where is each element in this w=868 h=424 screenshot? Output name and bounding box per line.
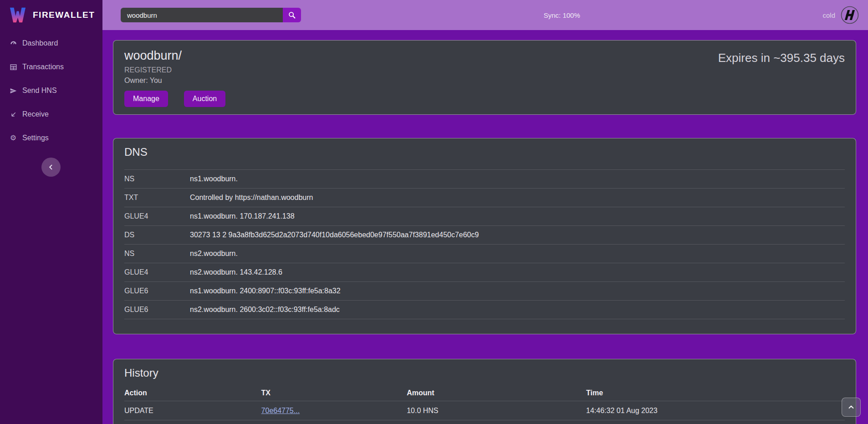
- dns-record-row: NS ns1.woodburn.: [124, 170, 845, 189]
- domain-actions: Manage Auction: [124, 91, 225, 107]
- dns-record-value: Controlled by https://nathan.woodburn: [190, 194, 313, 202]
- dns-record-type: NS: [124, 250, 190, 258]
- dns-record-row: GLUE6 ns2.woodburn. 2600:3c02::f03c:93ff…: [124, 301, 845, 319]
- sidebar-nav: Dashboard Transactions Send HNS Receive …: [0, 31, 102, 150]
- dns-table: NS ns1.woodburn. TXT Controlled by https…: [124, 169, 845, 319]
- history-row: UPDATE 70e64775... 10.0 HNS 14:46:32 01 …: [124, 401, 845, 420]
- history-header-amount: Amount: [407, 389, 586, 397]
- dns-record-value: ns2.woodburn. 2600:3c02::f03c:93ff:fe5a:…: [190, 306, 340, 314]
- history-action: UPDATE: [124, 407, 261, 415]
- dns-card-title: DNS: [124, 146, 845, 158]
- dns-record-row: NS ns2.woodburn.: [124, 245, 845, 263]
- history-row: RENEW 47b1c1... 10.0 HNS 15:45:36 07 Jul…: [124, 420, 845, 424]
- sidebar-item-send-hns[interactable]: Send HNS: [0, 79, 102, 102]
- sidebar-item-transactions[interactable]: Transactions: [0, 55, 102, 79]
- search-icon: [288, 11, 296, 19]
- history-table: Action TX Amount Time UPDATE 70e64775...…: [124, 385, 845, 424]
- wallet-menu-button[interactable]: [841, 6, 859, 24]
- dns-record-type: DS: [124, 231, 190, 239]
- sidebar-item-label: Dashboard: [22, 39, 58, 47]
- dns-record-type: GLUE4: [124, 212, 190, 220]
- auction-button[interactable]: Auction: [184, 91, 225, 107]
- gear-icon: ⚙: [9, 134, 17, 142]
- history-card-title: History: [124, 367, 845, 379]
- dns-card: DNS NS ns1.woodburn. TXT Controlled by h…: [113, 138, 856, 334]
- brand: FIREWALLET: [0, 0, 102, 30]
- sidebar-item-receive[interactable]: Receive: [0, 102, 102, 126]
- history-time: 14:46:32 01 Aug 2023: [586, 407, 845, 415]
- history-header-time: Time: [586, 389, 845, 397]
- table-icon: [9, 63, 17, 71]
- sidebar-item-label: Settings: [22, 134, 49, 142]
- domain-card-left: woodburn/ REGISTERED Owner: You Manage A…: [124, 48, 225, 107]
- history-header-action: Action: [124, 389, 261, 397]
- dns-record-row: GLUE6 ns1.woodburn. 2400:8907::f03c:93ff…: [124, 282, 845, 301]
- dns-record-row: GLUE4 ns1.woodburn. 170.187.241.138: [124, 207, 845, 226]
- history-card: History Action TX Amount Time UPDATE 70e…: [113, 359, 856, 424]
- domain-status: REGISTERED: [124, 65, 225, 75]
- scroll-top-button[interactable]: [842, 398, 861, 417]
- arrow-down-left-icon: [9, 110, 17, 118]
- domain-owner: Owner: You: [124, 75, 225, 86]
- dns-record-row: GLUE4 ns2.woodburn. 143.42.128.6: [124, 263, 845, 282]
- search-bar: [121, 8, 301, 22]
- wallet-name: cold: [822, 11, 835, 19]
- dns-record-value: ns2.woodburn. 143.42.128.6: [190, 268, 282, 276]
- dns-record-type: TXT: [124, 194, 190, 202]
- chevron-left-icon: [47, 163, 55, 171]
- dns-record-type: GLUE6: [124, 306, 190, 314]
- sidebar-item-label: Send HNS: [22, 87, 57, 95]
- history-header-tx: TX: [261, 389, 407, 397]
- manage-button[interactable]: Manage: [124, 91, 168, 107]
- brand-name: FIREWALLET: [33, 10, 95, 20]
- dns-record-value: 30273 13 2 9a3a8fb3d625d2a2073d740f10da6…: [190, 231, 479, 239]
- sidebar-item-settings[interactable]: ⚙ Settings: [0, 126, 102, 150]
- history-header-row: Action TX Amount Time: [124, 385, 845, 401]
- dns-record-row: TXT Controlled by https://nathan.woodbur…: [124, 189, 845, 207]
- main-content: woodburn/ REGISTERED Owner: You Manage A…: [102, 30, 868, 424]
- firewallet-logo-icon: [9, 6, 26, 24]
- topbar: Sync: 100% cold: [102, 0, 868, 30]
- dns-record-type: GLUE6: [124, 287, 190, 295]
- chevron-up-icon: [848, 404, 855, 411]
- dns-record-value: ns1.woodburn.: [190, 175, 238, 183]
- search-button[interactable]: [283, 8, 301, 22]
- dns-record-type: GLUE4: [124, 268, 190, 276]
- sidebar-item-label: Receive: [22, 110, 49, 118]
- domain-title: woodburn/: [124, 48, 225, 63]
- domain-expiry: Expires in ~395.35 days: [718, 48, 845, 107]
- dns-record-value: ns1.woodburn. 2400:8907::f03c:93ff:fe5a:…: [190, 287, 341, 295]
- tx-link[interactable]: 70e64775...: [261, 407, 300, 414]
- domain-card: woodburn/ REGISTERED Owner: You Manage A…: [113, 40, 856, 115]
- dns-record-value: ns1.woodburn. 170.187.241.138: [190, 212, 295, 220]
- sidebar-item-label: Transactions: [22, 63, 64, 71]
- history-amount: 10.0 HNS: [407, 407, 586, 415]
- sidebar: FIREWALLET Dashboard Transactions Send H…: [0, 0, 102, 424]
- sidebar-item-dashboard[interactable]: Dashboard: [0, 31, 102, 55]
- speedometer-icon: [9, 39, 17, 47]
- handshake-icon: [841, 6, 859, 24]
- paper-plane-icon: [9, 87, 17, 95]
- sidebar-collapse-button[interactable]: [41, 158, 61, 177]
- search-input[interactable]: [121, 8, 283, 22]
- dns-record-row: DS 30273 13 2 9a3a8fb3d625d2a2073d740f10…: [124, 226, 845, 245]
- sync-status: Sync: 100%: [544, 11, 580, 19]
- dns-record-value: ns2.woodburn.: [190, 250, 238, 258]
- dns-record-type: NS: [124, 175, 190, 183]
